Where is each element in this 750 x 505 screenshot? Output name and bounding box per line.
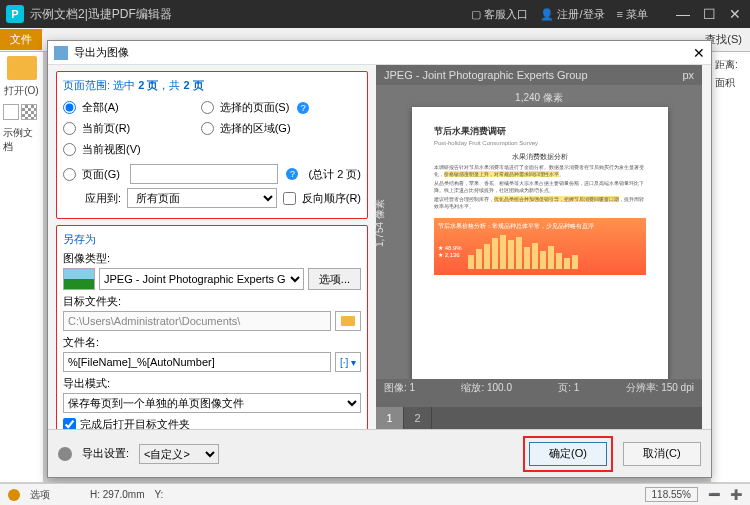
tool-icon-2[interactable] (21, 104, 37, 120)
preview-paragraph: 建议经营者合理控制库存，优化品类组合并加强促销引导，把握节后消费回暖窗口期，提升… (434, 196, 646, 210)
preview-image-index: 图像: 1 (384, 381, 415, 405)
folder-icon (341, 316, 355, 326)
range-selected-area-radio[interactable] (201, 122, 214, 135)
image-type-thumb-icon (63, 268, 95, 290)
range-pages-radio[interactable] (63, 168, 76, 181)
app-logo: P (6, 5, 24, 23)
range-current-radio[interactable] (63, 122, 76, 135)
help-icon-2[interactable]: ? (286, 168, 298, 180)
filename-macro-button[interactable]: [·] ▾ (335, 352, 361, 372)
zoom-display[interactable]: 118.55% (645, 487, 698, 502)
open-label: 打开(O) (0, 84, 43, 98)
export-settings-select[interactable]: <自定义> (139, 444, 219, 464)
reverse-order-checkbox[interactable] (283, 192, 296, 205)
dialog-title: 导出为图像 (74, 45, 693, 60)
open-folder-icon[interactable] (7, 56, 37, 80)
preview-page: 节后水果消费调研 Post-holiday Fruit Consumption … (412, 107, 668, 395)
open-after-checkbox[interactable] (63, 418, 76, 429)
total-pages-label: (总计 2 页) (308, 167, 361, 182)
range-selected-area-label: 选择的区域(G) (220, 121, 291, 136)
range-current-label: 当前页(R) (82, 121, 130, 136)
minimize-button[interactable]: — (674, 6, 692, 22)
preview-height-label: 1,754 像素 (373, 199, 387, 247)
range-selected-pages-label: 选择的页面(S) (220, 100, 290, 115)
document-tab-label[interactable]: 示例文档 (3, 126, 40, 154)
apply-to-label: 应用到: (63, 191, 121, 206)
preview-doc-subtitle: Post-holiday Fruit Consumption Survey (434, 140, 646, 146)
save-as-group: 另存为 图像类型: JPEG - Joint Photographic Expe… (56, 225, 368, 429)
maximize-button[interactable]: ☐ (700, 6, 718, 22)
preview-width-label: 1,240 像素 (376, 91, 702, 105)
tool-icon-1[interactable] (3, 104, 19, 120)
ok-button[interactable]: 确定(O) (529, 442, 607, 466)
settings-icon[interactable] (8, 489, 20, 501)
apply-to-select[interactable]: 所有页面 (127, 188, 277, 208)
cancel-button[interactable]: 取消(C) (623, 442, 701, 466)
area-label: 面积 (711, 74, 750, 92)
target-folder-input[interactable] (63, 311, 331, 331)
customer-service-link[interactable]: ▢ 客服入口 (471, 7, 528, 22)
image-options-button[interactable]: 选项... (308, 268, 361, 290)
help-icon[interactable]: ? (297, 102, 309, 114)
open-after-label: 完成后打开目标文件夹 (80, 417, 190, 429)
page-range-group: 页面范围: 选中 2 页，共 2 页 全部(A) 当前页(R) 当前视图(V) … (56, 71, 368, 219)
range-all-label: 全部(A) (82, 100, 119, 115)
range-selected-pages-radio[interactable] (201, 101, 214, 114)
target-folder-label: 目标文件夹: (63, 294, 361, 309)
status-y: Y: (154, 489, 163, 500)
page-range-heading: 页面范围: 选中 2 页，共 2 页 (63, 78, 361, 93)
preview-tab-1[interactable]: 1 (376, 407, 404, 429)
options-label[interactable]: 选项 (30, 488, 50, 502)
preview-section-heading: 水果消费数据分析 (434, 152, 646, 162)
dialog-icon (54, 46, 68, 60)
export-mode-select[interactable]: 保存每页到一个单独的单页图像文件 (63, 393, 361, 413)
save-as-heading: 另存为 (63, 232, 361, 247)
range-all-radio[interactable] (63, 101, 76, 114)
preview-page-index: 页: 1 (558, 381, 579, 405)
file-menu-button[interactable]: 文件 (0, 29, 42, 50)
browse-folder-button[interactable] (335, 311, 361, 331)
preview-tab-2[interactable]: 2 (404, 407, 432, 429)
range-pages-label: 页面(G) (82, 167, 124, 182)
filename-label: 文件名: (63, 335, 361, 350)
preview-banner: 节后水果价格分析：常规品种总体平常，少见品种略有直浮 ★ 48.9% ★ 2,1… (434, 218, 646, 275)
filename-input[interactable] (63, 352, 331, 372)
preview-resolution: 分辨率: 150 dpi (626, 381, 694, 405)
range-view-radio[interactable] (63, 143, 76, 156)
zoom-in-icon[interactable]: ➕ (730, 489, 742, 500)
reverse-order-label: 反向顺序(R) (302, 191, 361, 206)
export-image-dialog: 导出为图像 ✕ 页面范围: 选中 2 页，共 2 页 全部(A) 当前页(R) … (47, 40, 712, 478)
distance-label: 距离: (711, 56, 750, 74)
image-type-label: 图像类型: (63, 251, 361, 266)
export-mode-label: 导出模式: (63, 376, 361, 391)
menu-link[interactable]: ≡ 菜单 (617, 7, 648, 22)
image-type-select[interactable]: JPEG - Joint Photographic Experts G (99, 268, 304, 290)
app-title: 示例文档2|迅捷PDF编辑器 (30, 6, 471, 23)
preview-bar-chart (468, 233, 578, 269)
preview-doc-title: 节后水果消费调研 (434, 125, 646, 138)
zoom-out-icon[interactable]: ➖ (708, 489, 720, 500)
pages-input[interactable] (130, 164, 278, 184)
gear-icon (58, 447, 72, 461)
status-height: H: 297.0mm (90, 489, 144, 500)
preview-paragraph: 从品类结构看，苹果、香蕉、柑橘类等大宗水果占据主要销量份额，进口及高端水果销量环… (434, 180, 646, 194)
export-settings-label: 导出设置: (82, 446, 129, 461)
preview-zoom-level: 缩放: 100.0 (461, 381, 512, 405)
preview-paragraph: 本调研报告针对节后水果消费市场进行了全面分析。数据显示消费者在节后购买行为发生显… (434, 164, 646, 178)
range-view-label: 当前视图(V) (82, 142, 141, 157)
close-window-button[interactable]: ✕ (726, 6, 744, 22)
login-link[interactable]: 👤 注册/登录 (540, 7, 604, 22)
preview-unit-label: px (682, 69, 694, 81)
preview-format-label: JPEG - Joint Photographic Experts Group (384, 69, 588, 81)
preview-panel: JPEG - Joint Photographic Experts Group … (376, 65, 702, 429)
dialog-close-button[interactable]: ✕ (693, 45, 705, 61)
